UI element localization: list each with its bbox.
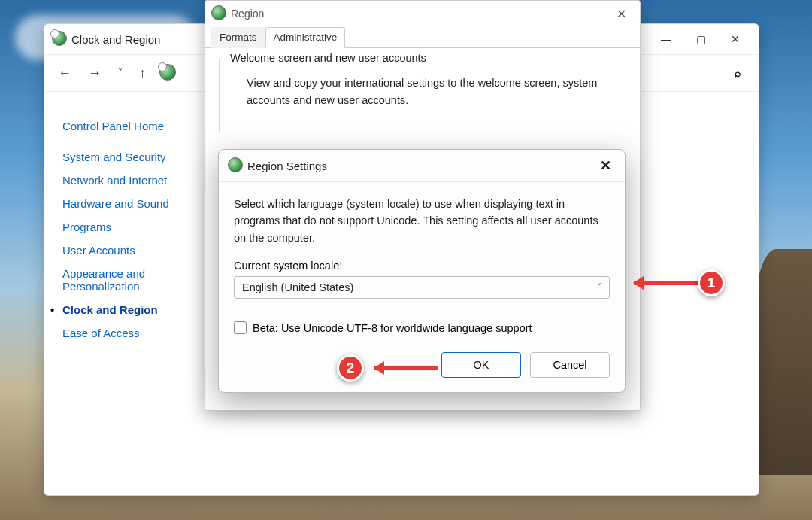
beta-utf8-checkbox-row[interactable]: Beta: Use Unicode UTF-8 for worldwide la… [234, 321, 610, 334]
sidebar-item-appearance[interactable]: Appearance and Personalization [62, 262, 168, 298]
cp-title: Clock and Region [71, 33, 160, 46]
rs-description: Select which language (system locale) to… [234, 196, 610, 246]
sidebar-item-hardware[interactable]: Hardware and Sound [62, 192, 204, 215]
group-desc: View and copy your international setting… [233, 70, 612, 118]
cp-title-icon [52, 31, 67, 48]
welcome-screen-group: Welcome screen and new user accounts Vie… [219, 59, 626, 132]
maximize-button[interactable]: ▢ [683, 27, 718, 51]
back-button[interactable]: ← [55, 62, 74, 84]
group-title: Welcome screen and new user accounts [227, 52, 429, 64]
rs-close-button[interactable]: ✕ [595, 156, 616, 175]
beta-label: Beta: Use Unicode UTF-8 for worldwide la… [253, 322, 532, 334]
tab-formats[interactable]: Formats [211, 27, 265, 48]
sidebar-item-user-accounts[interactable]: User Accounts [62, 239, 204, 262]
minimize-button[interactable]: — [649, 27, 683, 51]
region-close-button[interactable]: ✕ [609, 4, 634, 24]
address-icon [159, 64, 176, 83]
sidebar-item-network[interactable]: Network and Internet [62, 169, 204, 192]
sidebar-item-ease-access[interactable]: Ease of Access [62, 321, 204, 345]
sidebar-home[interactable]: Control Panel Home [62, 114, 204, 138]
sidebar-item-programs[interactable]: Programs [62, 215, 204, 239]
annotation-arrow-2 [374, 366, 438, 370]
search-box[interactable]: ⌕ [688, 62, 748, 84]
close-button[interactable]: ✕ [718, 27, 753, 51]
rs-title-icon [228, 157, 243, 175]
annotation-arrow-1 [634, 281, 700, 285]
search-icon: ⌕ [735, 67, 741, 79]
annotation-marker-1: 1 [698, 269, 725, 296]
background-rock [752, 249, 812, 475]
sidebar-item-clock-region[interactable]: Clock and Region [62, 298, 204, 321]
cp-sidebar: Control Panel Home System and Security N… [44, 101, 210, 351]
region-title-icon [211, 5, 226, 23]
region-settings-dialog: Region Settings ✕ Select which language … [218, 149, 626, 393]
region-tabs: Formats Administrative [205, 26, 640, 48]
beta-checkbox[interactable] [234, 321, 247, 334]
region-title: Region [231, 8, 264, 20]
forward-button[interactable]: → [85, 62, 105, 84]
cancel-button[interactable]: Cancel [530, 352, 610, 378]
sidebar-item-system-security[interactable]: System and Security [62, 145, 204, 169]
locale-label: Current system locale: [234, 260, 610, 272]
chevron-down-icon: ˅ [597, 282, 601, 293]
up-button[interactable]: ↑ [136, 62, 149, 84]
tab-administrative[interactable]: Administrative [265, 27, 346, 48]
annotation-marker-2: 2 [337, 354, 364, 382]
ok-button[interactable]: OK [441, 352, 521, 378]
locale-dropdown[interactable]: English (United States) ˅ [234, 276, 610, 299]
history-dropdown-icon[interactable]: ˅ [115, 65, 126, 81]
rs-title: Region Settings [247, 160, 327, 172]
locale-value: English (United States) [242, 281, 353, 293]
